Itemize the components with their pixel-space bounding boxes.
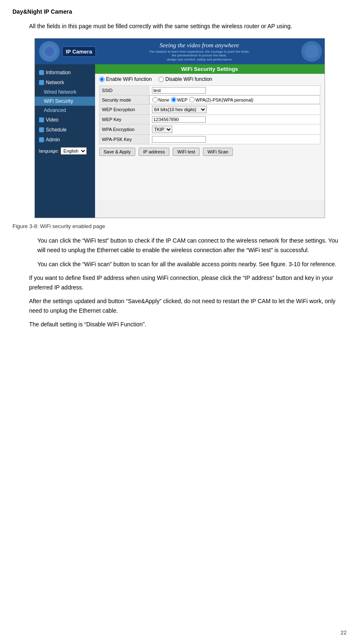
sidebar-item-schedule[interactable]: Schedule <box>35 125 95 135</box>
body-paragraph-5: The default setting is “Disable WiFi Fun… <box>29 320 347 329</box>
sidebar-item-label: Network <box>46 80 64 85</box>
network-icon <box>39 80 44 85</box>
wep-key-value <box>149 115 320 124</box>
body-paragraph-2: You can click the “WiFi scan” button to … <box>37 260 347 269</box>
disable-wifi-label[interactable]: Disable WiFi function <box>159 76 212 82</box>
table-row-wpa-encryption: WPA Encryption TKIP AES <box>99 124 320 135</box>
wpa-psk-key-input[interactable] <box>152 136 206 143</box>
banner: IP Camera Seeing the video from anywhere… <box>35 39 325 64</box>
wpa-text: WPA(2)-PSK(WPA personal) <box>195 97 254 102</box>
table-row-wep-encryption: WEP Encryption 64 bits(10 hex digits) 12… <box>99 104 320 115</box>
settings-content: Enable WiFi function Disable WiFi functi… <box>95 74 325 200</box>
security-mode-label: Security mode <box>99 95 149 104</box>
table-row-wpa-psk-key: WPA-PSK Key <box>99 135 320 144</box>
banner-right <box>299 39 325 64</box>
sidebar-sub-label: Advanced <box>44 107 66 113</box>
sidebar-item-wired-network[interactable]: Wired Network <box>35 87 95 97</box>
sidebar-item-admin[interactable]: Admin <box>35 135 95 145</box>
page-number: 22 <box>341 629 347 636</box>
figure-caption: Figure 3-8: WiFi security enabled page <box>12 223 347 229</box>
enable-wifi-radio[interactable] <box>99 77 105 82</box>
wpa-encryption-label: WPA Encryption <box>99 124 149 135</box>
banner-subtitle: The wisdom to learn from experience, the… <box>149 50 250 62</box>
banner-tagline: Seeing the video from anywhere <box>160 42 239 49</box>
wifi-test-button[interactable]: WiFi test <box>173 148 200 156</box>
body-paragraph-1: You can click the “WiFi test” button to … <box>37 236 347 255</box>
sidebar-item-label: Information <box>46 70 71 75</box>
wep-radio[interactable] <box>171 97 176 102</box>
language-label: language: <box>39 148 59 153</box>
wifi-enable-row: Enable WiFi function Disable WiFi functi… <box>99 76 320 82</box>
empty-space <box>99 156 320 197</box>
sidebar-item-information[interactable]: Information <box>35 68 95 78</box>
enable-wifi-text: Enable WiFi function <box>106 76 152 82</box>
intro-text: All the fields in this page must be fill… <box>29 22 347 31</box>
enable-wifi-label[interactable]: Enable WiFi function <box>99 76 152 82</box>
security-mode-value: None WEP WPA(2)-PSK(WPA personal) <box>149 95 320 104</box>
body-paragraph-4: After the settings updated and button “S… <box>29 296 347 316</box>
ip-address-button[interactable]: IP address <box>139 148 169 156</box>
ssid-value <box>149 86 320 95</box>
wep-key-input[interactable] <box>152 116 206 123</box>
ssid-label: SSID <box>99 86 149 95</box>
body-paragraph-3: If you want to define fixed IP address w… <box>29 273 347 292</box>
wep-encryption-select[interactable]: 64 bits(10 hex digits) 128 bits(26 hex d… <box>152 106 207 113</box>
settings-table: SSID Security mode None <box>99 85 320 144</box>
wpa-radio[interactable] <box>189 97 195 102</box>
language-row: language: English <box>35 145 95 157</box>
table-row-ssid: SSID <box>99 86 320 95</box>
disable-wifi-radio[interactable] <box>159 77 164 82</box>
video-icon <box>39 117 44 122</box>
wpa-encryption-value: TKIP AES <box>149 124 320 135</box>
wpa-psk-key-value <box>149 135 320 144</box>
sidebar-item-network[interactable]: Network <box>35 78 95 87</box>
sidebar-item-label: Admin <box>46 137 60 143</box>
page-title: Day&Night IP Camera <box>12 8 347 15</box>
sidebar-item-wifi-security[interactable]: WiFi Security <box>35 97 95 106</box>
save-apply-button[interactable]: Save & Apply <box>99 148 135 156</box>
banner-logo: IP Camera <box>62 46 96 57</box>
sidebar-item-advanced[interactable]: Advanced <box>35 106 95 115</box>
banner-center: Seeing the video from anywhere The wisdo… <box>100 39 299 64</box>
main-content: WiFi Security Settings Enable WiFi funct… <box>95 64 325 218</box>
sc-body: Information Network Wired Network WiFi S… <box>35 64 325 218</box>
sidebar: Information Network Wired Network WiFi S… <box>35 64 95 218</box>
sidebar-item-video[interactable]: Video <box>35 115 95 125</box>
ssid-input[interactable] <box>152 87 206 94</box>
sidebar-sub-label: WiFi Security <box>44 98 73 104</box>
schedule-icon <box>39 127 44 132</box>
table-row-wep-key: WEP Key <box>99 115 320 124</box>
wep-radio-label[interactable]: WEP <box>171 97 188 102</box>
wep-encryption-label: WEP Encryption <box>99 104 149 115</box>
info-icon <box>39 70 44 75</box>
disable-wifi-text: Disable WiFi function <box>166 76 212 82</box>
wep-text: WEP <box>177 97 188 102</box>
wpa-radio-label[interactable]: WPA(2)-PSK(WPA personal) <box>189 97 254 102</box>
wpa-encryption-select[interactable]: TKIP AES <box>152 126 172 133</box>
wep-key-label: WEP Key <box>99 115 149 124</box>
screenshot-container: IP Camera Seeing the video from anywhere… <box>34 38 325 218</box>
table-row-security-mode: Security mode None WEP <box>99 95 320 104</box>
none-radio-label[interactable]: None <box>152 97 169 102</box>
wpa-psk-key-label: WPA-PSK Key <box>99 135 149 144</box>
sidebar-item-label: Schedule <box>46 127 67 133</box>
buttons-row: Save & Apply IP address WiFi test WiFi S… <box>99 148 320 156</box>
none-radio[interactable] <box>152 97 158 102</box>
sidebar-sub-label: Wired Network <box>44 89 77 95</box>
admin-icon <box>39 137 44 142</box>
wep-encryption-value: 64 bits(10 hex digits) 128 bits(26 hex d… <box>149 104 320 115</box>
none-text: None <box>159 97 169 102</box>
language-select[interactable]: English <box>61 147 87 155</box>
wifi-scan-button[interactable]: WiFi Scan <box>203 148 233 156</box>
sidebar-item-label: Video <box>46 117 59 123</box>
wifi-settings-title: WiFi Security Settings <box>95 64 325 74</box>
banner-logo-area: IP Camera <box>35 39 100 64</box>
